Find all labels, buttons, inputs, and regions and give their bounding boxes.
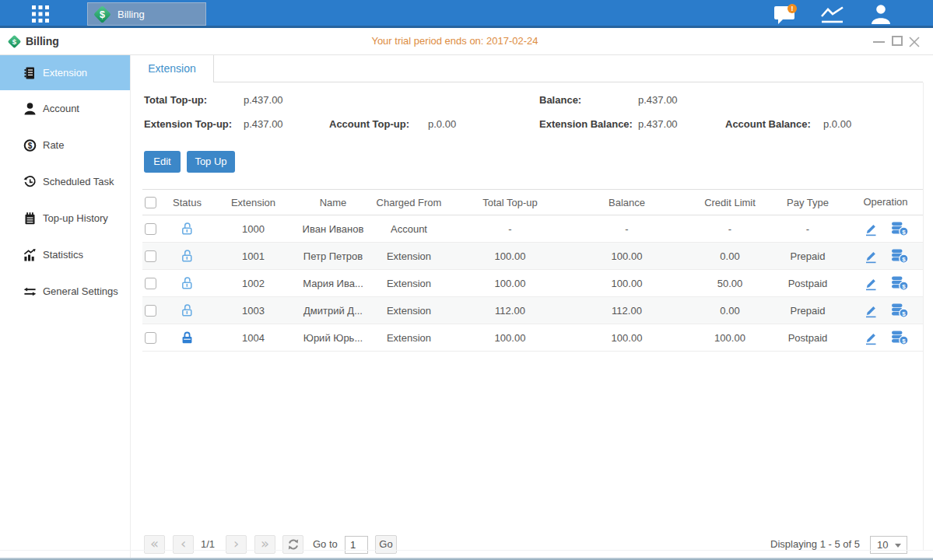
pay-type: Prepaid [777, 305, 839, 317]
balance-label: Balance: [539, 94, 581, 106]
content-bottom-border [0, 550, 933, 551]
svg-text:$: $ [902, 229, 906, 236]
scheduled-task-clock-icon [23, 175, 37, 189]
extension-name: Иван Иванов [298, 223, 368, 235]
last-page-button[interactable]: » [254, 535, 275, 554]
top-up-button[interactable]: Top Up [187, 151, 235, 173]
edit-icon[interactable] [863, 221, 879, 236]
extension-name: Дмитрий Д... [298, 305, 368, 317]
sidebar-item-extension[interactable]: Extension [0, 55, 130, 90]
sidebar-item-general-settings[interactable]: General Settings [0, 273, 130, 310]
close-button[interactable] [908, 33, 921, 50]
sidebar-item-rate[interactable]: $ Rate [0, 127, 130, 163]
balance-value: p.437.00 [638, 94, 678, 106]
svg-text:$: $ [28, 141, 33, 149]
account-topup-label: Account Top-up: [329, 118, 409, 130]
taskbar-item-billing[interactable]: $ Billing [87, 2, 206, 26]
select-all-checkbox[interactable] [145, 197, 156, 208]
extensions-table: StatusExtensionNameCharged FromTotal Top… [142, 189, 923, 352]
charged-from: Account [368, 223, 450, 235]
charged-from: Extension [368, 305, 450, 317]
row-checkbox[interactable] [145, 278, 156, 289]
edit-button[interactable]: Edit [144, 151, 181, 173]
account-balance-label: Account Balance: [725, 118, 811, 130]
extension-number: 1001 [209, 250, 298, 262]
column-header-extension: Extension [209, 197, 298, 208]
locked-icon[interactable] [181, 331, 194, 345]
row-checkbox[interactable] [145, 250, 156, 262]
sidebar-item-label: Rate [43, 139, 64, 151]
extension-topup-label: Extension Top-up: [144, 118, 232, 130]
charged-from: Extension [368, 332, 450, 344]
page-size-value: 10 [877, 539, 888, 551]
unlocked-icon[interactable] [181, 249, 194, 263]
column-header-balance: Balance [570, 197, 683, 208]
refresh-button[interactable] [282, 535, 303, 554]
total-topup-label: Total Top-up: [144, 94, 207, 106]
credit-limit: 50.00 [683, 278, 777, 289]
charged-from: Extension [368, 278, 450, 289]
top-bar: $ Billing ! [0, 0, 933, 28]
extension-name: Петр Петров [298, 250, 368, 262]
credit-limit: - [683, 223, 777, 235]
minimize-button[interactable] [873, 41, 885, 43]
pay-type: Postpaid [777, 332, 839, 344]
window-title-bar: $ Billing Your trial period ends on: 201… [0, 28, 933, 55]
edit-icon[interactable] [863, 275, 879, 291]
trial-notice: Your trial period ends on: 2017-02-24 [0, 28, 910, 54]
prev-page-button[interactable]: ‹ [173, 535, 194, 554]
tab-divider [214, 82, 923, 82]
extension-number: 1004 [209, 332, 298, 344]
topup-icon[interactable]: $ [891, 248, 909, 264]
balance: 100.00 [570, 278, 683, 289]
sidebar-item-label: Account [43, 103, 79, 114]
goto-page-input[interactable] [345, 536, 368, 554]
topup-history-notepad-icon [23, 212, 37, 226]
edit-icon[interactable] [863, 303, 879, 318]
edit-icon[interactable] [863, 248, 879, 264]
page-size-select[interactable]: 10 [870, 536, 907, 554]
statistics-chart-icon [23, 248, 37, 262]
tab-extension[interactable]: Extension [131, 55, 214, 82]
reports-chart-icon[interactable] [820, 6, 847, 25]
balance: 100.00 [570, 250, 683, 262]
row-checkbox[interactable] [145, 223, 156, 235]
extension-number: 1000 [209, 223, 298, 235]
topup-icon[interactable]: $ [891, 303, 909, 318]
sidebar-item-statistics[interactable]: Statistics [0, 236, 130, 273]
go-button[interactable]: Go [375, 535, 397, 554]
unlocked-icon[interactable] [181, 276, 194, 290]
row-checkbox[interactable] [145, 332, 156, 344]
user-account-icon[interactable] [869, 3, 893, 25]
total-topup: 100.00 [450, 332, 570, 344]
first-page-button[interactable]: « [144, 535, 165, 554]
extension-number: 1003 [209, 305, 298, 317]
table-row-1001: 1001Петр ПетровExtension100.00100.000.00… [142, 243, 923, 270]
app-grid-icon[interactable] [32, 5, 50, 23]
row-checkbox[interactable] [145, 305, 156, 317]
unlocked-icon[interactable] [181, 303, 194, 317]
edit-icon[interactable] [863, 330, 879, 345]
sidebar-item-label: Top-up History [43, 212, 108, 224]
topup-icon[interactable]: $ [891, 221, 909, 236]
maximize-button[interactable] [892, 36, 903, 46]
sidebar-item-account[interactable]: Account [0, 90, 130, 127]
topup-icon[interactable]: $ [891, 330, 909, 345]
balance: 100.00 [570, 332, 683, 344]
topup-icon[interactable]: $ [891, 275, 909, 291]
rate-dollar-icon: $ [23, 138, 37, 152]
sidebar: Extension Account $ Rate Scheduled Task … [0, 55, 131, 558]
unlocked-icon[interactable] [181, 222, 194, 236]
table-row-1003: 1003Дмитрий Д...Extension112.00112.000.0… [142, 297, 923, 324]
sidebar-item-top-up-history[interactable]: Top-up History [0, 200, 130, 236]
next-page-button[interactable]: › [226, 535, 247, 554]
page-indicator: 1/1 [196, 535, 219, 554]
column-header-charged-from: Charged From [368, 197, 450, 208]
sidebar-item-label: General Settings [43, 285, 118, 297]
sidebar-item-label: Scheduled Task [43, 176, 114, 187]
charged-from: Extension [368, 250, 450, 262]
svg-text:$: $ [902, 310, 906, 317]
sidebar-item-scheduled-task[interactable]: Scheduled Task [0, 163, 130, 200]
messages-icon[interactable]: ! [773, 4, 799, 26]
displaying-text: Displaying 1 - 5 of 5 [770, 535, 860, 554]
